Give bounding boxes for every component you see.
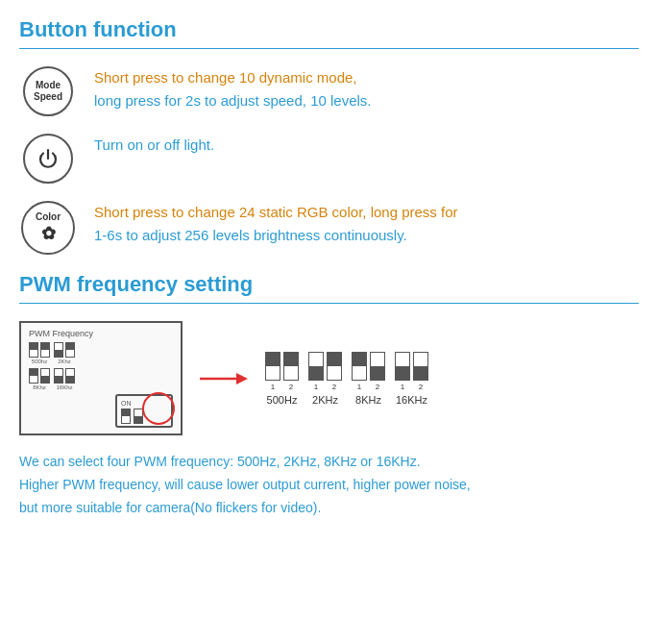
freq-16khz: 1 2 16KHz — [395, 352, 428, 406]
sw-2khz: 2Khz — [54, 342, 75, 364]
freq-16khz-sw1 — [395, 352, 410, 381]
pwm-desc-line1: We can select four PWM frequency: 500Hz,… — [19, 454, 421, 469]
arrow-svg — [200, 367, 248, 390]
freq-2khz-label: 2KHz — [312, 394, 338, 406]
sw-8khz-2 — [40, 368, 50, 384]
on-sw-1 — [121, 409, 131, 424]
sw-8khz-label: 8Khz — [33, 384, 46, 390]
switch-bot-row: 8Khz 16Khz — [29, 368, 173, 390]
pwm-title: PWM frequency setting — [19, 272, 639, 297]
sw-16khz: 16Khz — [54, 368, 75, 390]
sw-500hz-pair — [29, 342, 50, 358]
mode-label: Mode — [36, 80, 61, 91]
freq-8khz: 1 2 8KHz — [352, 352, 385, 406]
freq-500hz: 1 2 500Hz — [265, 352, 299, 406]
power-text: Turn on or off light. — [94, 134, 214, 157]
freq-2khz: 1 2 2KHz — [308, 352, 342, 406]
freq-8khz-nums: 1 2 — [352, 383, 385, 391]
sw-500hz-1 — [29, 342, 38, 358]
mode-speed-circle: Mode Speed — [23, 66, 73, 116]
freq-2khz-nums: 1 2 — [308, 383, 342, 391]
freq-500hz-num1: 1 — [265, 383, 280, 391]
controller-title: PWM Frequency — [29, 329, 173, 338]
color-icon-container: Color ✿ — [19, 201, 77, 255]
freq-16khz-pair — [395, 352, 428, 381]
highlight-circle — [142, 392, 175, 425]
freq-16khz-num2: 2 — [413, 383, 428, 391]
color-text: Short press to change 24 static RGB colo… — [94, 201, 458, 247]
freq-8khz-label: 8KHz — [355, 394, 381, 406]
mode-speed-icon: Mode Speed — [19, 66, 77, 116]
controller-box: PWM Frequency 500hz — [19, 321, 183, 435]
color-label: Color — [36, 211, 61, 223]
power-svg — [36, 146, 61, 171]
switch-top-row: 500hz 2Khz — [29, 342, 173, 364]
freq-16khz-label: 16KHz — [396, 394, 427, 406]
pwm-description: We can select four PWM frequency: 500Hz,… — [19, 451, 639, 519]
freq-8khz-pair — [352, 352, 385, 381]
sw-2khz-2 — [65, 342, 75, 358]
gear-icon: ✿ — [41, 223, 56, 245]
freq-2khz-num1: 1 — [308, 383, 324, 391]
freq-2khz-pair — [308, 352, 342, 381]
freq-8khz-sw2 — [370, 352, 385, 381]
freq-500hz-sw2 — [283, 352, 299, 381]
sw-8khz-1 — [29, 368, 38, 384]
freq-500hz-label: 500Hz — [267, 394, 298, 406]
freq-2khz-sw1 — [308, 352, 324, 381]
mode-speed-line2: long press for 2s to adjust speed, 10 le… — [94, 92, 372, 109]
sw-16khz-2 — [65, 368, 75, 384]
sw-8khz: 8Khz — [29, 368, 50, 390]
sw-500hz-label: 500hz — [32, 359, 47, 364]
svg-marker-2 — [236, 373, 248, 384]
button-row-color: Color ✿ Short press to change 24 static … — [19, 201, 639, 255]
color-circle: Color ✿ — [21, 201, 75, 255]
power-line1: Turn on or off light. — [94, 136, 214, 153]
section-divider-1 — [19, 48, 639, 49]
sw-16khz-label: 16Khz — [56, 384, 72, 390]
pwm-diagram: PWM Frequency 500hz — [19, 321, 639, 435]
sw-500hz: 500hz — [29, 342, 50, 364]
sw-16khz-pair — [54, 368, 75, 384]
freq-500hz-num2: 2 — [283, 383, 299, 391]
sw-500hz-2 — [40, 342, 50, 358]
freq-500hz-pair — [265, 352, 299, 381]
arrow-right — [200, 367, 248, 390]
sw-2khz-1 — [54, 342, 63, 358]
freq-16khz-nums: 1 2 — [395, 383, 428, 391]
freq-16khz-num1: 1 — [395, 383, 410, 391]
pwm-desc-line3: but more suitable for camera(No flickers… — [19, 500, 321, 515]
power-icon-container — [19, 134, 77, 184]
sw-8khz-pair — [29, 368, 50, 384]
sw-2khz-label: 2Khz — [58, 359, 71, 364]
freq-2khz-num2: 2 — [327, 383, 342, 391]
pwm-desc-line2: Higher PWM frequency, will cause lower o… — [19, 477, 471, 492]
freq-8khz-num2: 2 — [370, 383, 385, 391]
freq-2khz-sw2 — [327, 352, 342, 381]
color-line2: 1-6s to adjust 256 levels brightness con… — [94, 227, 407, 243]
sw-16khz-1 — [54, 368, 63, 384]
button-function-section: Button function Mode Speed Short press t… — [19, 17, 639, 255]
button-row-mode-speed: Mode Speed Short press to change 10 dyna… — [19, 66, 639, 116]
freq-16khz-sw2 — [413, 352, 428, 381]
button-function-title: Button function — [19, 17, 639, 42]
speed-label: Speed — [34, 91, 62, 103]
power-circle — [23, 134, 73, 184]
controller-switches: 500hz 2Khz — [29, 342, 173, 390]
freq-switches-group: 1 2 500Hz 1 2 2KHz — [265, 352, 428, 406]
freq-500hz-nums: 1 2 — [265, 383, 299, 391]
freq-8khz-num1: 1 — [352, 383, 367, 391]
mode-speed-text: Short press to change 10 dynamic mode, l… — [94, 66, 372, 112]
button-row-power: Turn on or off light. — [19, 134, 639, 184]
mode-speed-line1: Short press to change 10 dynamic mode, — [94, 69, 357, 86]
freq-8khz-sw1 — [352, 352, 367, 381]
pwm-section: PWM frequency setting PWM Frequency 500h… — [19, 272, 639, 519]
section-divider-2 — [19, 303, 639, 304]
color-line1: Short press to change 24 static RGB colo… — [94, 204, 458, 220]
freq-500hz-sw1 — [265, 352, 280, 381]
sw-2khz-pair — [54, 342, 75, 358]
highlighted-area: ON — [115, 394, 173, 428]
